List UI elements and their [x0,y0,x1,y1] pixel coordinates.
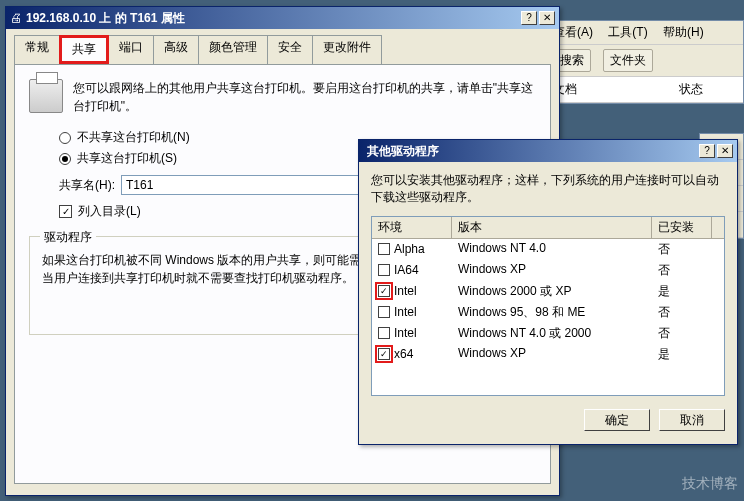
driver-installed: 是 [652,282,712,301]
ok-button[interactable]: 确定 [584,409,650,431]
printer-icon [29,79,63,113]
bg-columns: 文档 状态 [545,77,743,103]
driver-env: IA64 [394,263,419,277]
sharing-intro-text: 您可以跟网络上的其他用户共享这台打印机。要启用这台打印机的共享，请单击"共享这台… [73,79,536,115]
col-environment[interactable]: 环境 [372,217,452,238]
background-window: 查看(A) 工具(T) 帮助(H) 搜索 文件夹 文档 状态 [544,20,744,104]
col-status: 状态 [679,81,703,98]
driver-version: Windows XP [452,261,652,280]
tab-general[interactable]: 常规 [14,35,60,64]
driver-env: Intel [394,305,417,319]
tab-security[interactable]: 安全 [267,35,313,64]
driver-row[interactable]: IntelWindows 2000 或 XP是 [372,281,724,302]
tab-advanced[interactable]: 高级 [153,35,199,64]
tab-sharing[interactable]: 共享 [59,35,109,64]
bg-menubar: 查看(A) 工具(T) 帮助(H) [545,21,743,45]
driver-env: x64 [394,347,413,361]
driver-row[interactable]: IntelWindows NT 4.0 或 2000否 [372,323,724,344]
sub-intro-text: 您可以安装其他驱动程序；这样，下列系统的用户连接时可以自动下载这些驱动程序。 [371,172,725,206]
radio-no-share-label: 不共享这台打印机(N) [77,129,190,146]
additional-drivers-dialog: 其他驱动程序 ? ✕ 您可以安装其他驱动程序；这样，下列系统的用户连接时可以自动… [358,139,738,445]
titlebar[interactable]: 🖨 192.168.0.10 上 的 T161 属性 ? ✕ [6,7,559,29]
driver-checkbox[interactable] [378,264,390,276]
tab-ports[interactable]: 端口 [108,35,154,64]
col-installed[interactable]: 已安装 [652,217,712,238]
driver-env: Alpha [394,242,425,256]
driver-version: Windows XP [452,345,652,364]
sub-help-button[interactable]: ? [699,144,715,158]
driver-checkbox[interactable] [378,285,390,297]
tabstrip: 常规 共享 端口 高级 颜色管理 安全 更改附件 [6,29,559,64]
listview-header: 环境 版本 已安装 [372,217,724,239]
driver-version: Windows 95、98 和 ME [452,303,652,322]
driver-version: Windows NT 4.0 [452,240,652,259]
sub-dialog-title: 其他驱动程序 [363,143,697,160]
sub-close-button[interactable]: ✕ [717,144,733,158]
driver-row[interactable]: AlphaWindows NT 4.0否 [372,239,724,260]
drivers-listview[interactable]: 环境 版本 已安装 AlphaWindows NT 4.0否IA64Window… [371,216,725,396]
dialog-title: 192.168.0.10 上 的 T161 属性 [22,10,519,27]
bg-toolbar: 搜索 文件夹 [545,45,743,77]
radio-share[interactable] [59,153,71,165]
driver-checkbox[interactable] [378,243,390,255]
driver-checkbox[interactable] [378,327,390,339]
driver-row[interactable]: x64Windows XP是 [372,344,724,365]
driver-version: Windows NT 4.0 或 2000 [452,324,652,343]
col-version[interactable]: 版本 [452,217,652,238]
list-directory-checkbox[interactable] [59,205,72,218]
sub-titlebar[interactable]: 其他驱动程序 ? ✕ [359,140,737,162]
tab-attachments[interactable]: 更改附件 [312,35,382,64]
driver-env: Intel [394,326,417,340]
driver-installed: 否 [652,324,712,343]
radio-no-share[interactable] [59,132,71,144]
menu-tools[interactable]: 工具(T) [608,25,647,39]
list-directory-label: 列入目录(L) [78,203,141,220]
driver-installed: 否 [652,240,712,259]
menu-help[interactable]: 帮助(H) [663,25,704,39]
driver-installed: 是 [652,345,712,364]
driver-checkbox[interactable] [378,348,390,360]
watermark: 技术博客 [682,475,738,493]
driver-installed: 否 [652,261,712,280]
printer-icon-small: 🖨 [10,11,22,25]
driver-checkbox[interactable] [378,306,390,318]
driver-installed: 否 [652,303,712,322]
driver-row[interactable]: IA64Windows XP否 [372,260,724,281]
help-button[interactable]: ? [521,11,537,25]
cancel-button[interactable]: 取消 [659,409,725,431]
driver-row[interactable]: IntelWindows 95、98 和 ME否 [372,302,724,323]
close-button[interactable]: ✕ [539,11,555,25]
folders-button[interactable]: 文件夹 [603,49,653,72]
driver-version: Windows 2000 或 XP [452,282,652,301]
sharename-label: 共享名(H): [59,177,115,194]
drivers-legend: 驱动程序 [40,229,96,246]
radio-share-label: 共享这台打印机(S) [77,150,177,167]
tab-color[interactable]: 颜色管理 [198,35,268,64]
driver-env: Intel [394,284,417,298]
